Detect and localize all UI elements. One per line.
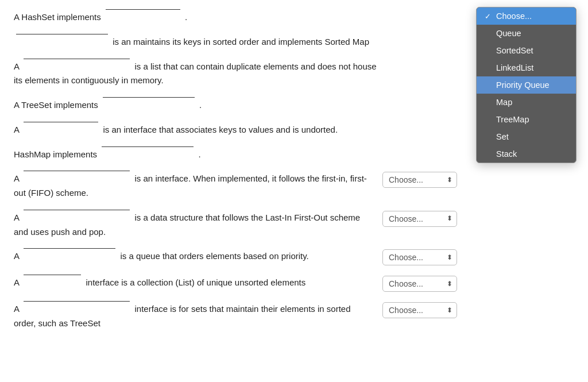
q9-dropdown-container: Choose... Queue SortedSet LinkedList Pri… xyxy=(382,249,457,265)
dropdown-option-label: Stack xyxy=(496,149,517,159)
q5-blank xyxy=(24,121,98,122)
no-check-icon xyxy=(485,98,493,107)
q7-text-before: A xyxy=(14,173,19,183)
question-row: A is an interface that associates keys t… xyxy=(14,123,457,137)
question-row: A is a data structure that follows the L… xyxy=(14,211,457,240)
q10-text-after: interface is a collection (List) of uniq… xyxy=(86,277,306,287)
q2-text-after: is an maintains its keys in sorted order… xyxy=(113,37,369,47)
q6-text-before: HashMap implements xyxy=(14,149,97,159)
question-text: A is an interface. When implemented, it … xyxy=(14,172,382,200)
question-row: A is a list that can contain duplicate e… xyxy=(14,60,457,88)
dropdown-option-label: Map xyxy=(496,98,512,107)
no-check-icon xyxy=(485,29,493,38)
question-text: A interface is for sets that maintain th… xyxy=(14,302,382,331)
question-row: A is an interface. When implemented, it … xyxy=(14,172,457,200)
question-text: A TreeSet implements . xyxy=(14,98,388,113)
dropdown-option-label: Choose... xyxy=(496,11,532,21)
q1-text-after: . xyxy=(185,12,187,22)
q2-blank xyxy=(16,33,108,34)
dropdown-option-label: TreeMap xyxy=(496,115,529,124)
dropdown-option-queue[interactable]: Queue xyxy=(477,25,576,42)
q1-blank xyxy=(106,9,180,10)
q11-blank xyxy=(24,300,130,302)
question-text: A is a data structure that follows the L… xyxy=(14,211,382,240)
q4-blank xyxy=(103,97,195,98)
dropdown-option-priority-queue[interactable]: Priority Queue xyxy=(477,76,576,94)
dropdown-option-linkedlist[interactable]: LinkedList xyxy=(477,59,576,76)
q11-text-before: A xyxy=(14,304,19,314)
no-check-icon xyxy=(485,115,493,124)
q11-dropdown-container: Choose... Queue SortedSet LinkedList Pri… xyxy=(382,302,457,318)
dropdown-option-sortedset[interactable]: SortedSet xyxy=(477,42,576,59)
question-text: A interface is a collection (List) of un… xyxy=(14,276,382,290)
no-check-icon xyxy=(485,80,493,90)
dropdown-option-label: Priority Queue xyxy=(496,80,550,90)
main-content: A HashSet implements . is an maintains i… xyxy=(0,0,471,352)
question-text: A HashSet implements . xyxy=(14,10,388,25)
question-text: A is a list that can contain duplicate e… xyxy=(14,60,388,88)
question-row: is an maintains its keys in sorted order… xyxy=(14,35,457,49)
question-row: A interface is a collection (List) of un… xyxy=(14,276,457,292)
question-row: A HashSet implements . xyxy=(14,10,457,25)
q3-blank xyxy=(24,58,130,59)
q6-text-after: . xyxy=(198,149,200,159)
question-row: A TreeSet implements . xyxy=(14,98,457,113)
dropdown-option-label: LinkedList xyxy=(496,63,533,72)
no-check-icon xyxy=(485,149,493,159)
q8-dropdown[interactable]: Choose... Queue SortedSet LinkedList Pri… xyxy=(382,211,457,227)
q9-dropdown[interactable]: Choose... Queue SortedSet LinkedList Pri… xyxy=(382,249,457,265)
q8-dropdown-container: Choose... Queue SortedSet LinkedList Pri… xyxy=(382,211,457,227)
dropdown-option-label: SortedSet xyxy=(496,46,533,55)
q7-blank xyxy=(24,170,130,171)
no-check-icon xyxy=(485,46,493,55)
q1-text-before: A HashSet implements xyxy=(14,12,101,22)
open-dropdown[interactable]: ✓ Choose... Queue SortedSet LinkedList P… xyxy=(476,7,577,163)
dropdown-option-label: Queue xyxy=(496,29,521,38)
dropdown-option-stack[interactable]: Stack xyxy=(477,145,576,163)
q5-text-after: is an interface that associates keys to … xyxy=(103,125,338,134)
dropdown-option-set[interactable]: Set xyxy=(477,128,576,145)
question-text: is an maintains its keys in sorted order… xyxy=(14,35,388,49)
q10-text-before: A xyxy=(14,277,19,287)
q9-blank xyxy=(24,248,115,249)
q9-text-before: A xyxy=(14,251,19,261)
q7-dropdown-container: Choose... Queue SortedSet LinkedList Pri… xyxy=(382,172,457,188)
q3-text-before: A xyxy=(14,61,19,71)
q9-text-after: is a queue that orders elements based on… xyxy=(121,251,309,261)
q11-dropdown[interactable]: Choose... Queue SortedSet LinkedList Pri… xyxy=(382,302,457,318)
question-row: A interface is for sets that maintain th… xyxy=(14,302,457,331)
q5-text-before: A xyxy=(14,125,19,134)
question-text: A is an interface that associates keys t… xyxy=(14,123,388,137)
question-text: HashMap implements . xyxy=(14,148,388,162)
dropdown-option-choose[interactable]: ✓ Choose... xyxy=(477,7,576,25)
q8-blank xyxy=(24,209,130,210)
q10-dropdown-container: Choose... Queue SortedSet LinkedList Pri… xyxy=(382,276,457,292)
dropdown-option-treemap[interactable]: TreeMap xyxy=(477,111,576,128)
q8-text-before: A xyxy=(14,213,19,222)
q4-text-before: A TreeSet implements xyxy=(14,100,98,110)
question-row: HashMap implements . xyxy=(14,148,457,162)
q7-dropdown[interactable]: Choose... Queue SortedSet LinkedList Pri… xyxy=(382,172,457,188)
q6-blank xyxy=(102,146,194,147)
question-text: A is a queue that orders elements based … xyxy=(14,249,382,264)
dropdown-option-map[interactable]: Map xyxy=(477,94,576,111)
question-row: A is a queue that orders elements based … xyxy=(14,249,457,265)
q4-text-after: . xyxy=(199,100,202,110)
q10-blank xyxy=(24,274,81,275)
dropdown-option-label: Set xyxy=(496,132,509,141)
no-check-icon xyxy=(485,132,493,141)
q10-dropdown[interactable]: Choose... Queue SortedSet LinkedList Pri… xyxy=(382,276,457,292)
no-check-icon xyxy=(485,63,493,72)
checkmark-icon: ✓ xyxy=(485,12,493,21)
